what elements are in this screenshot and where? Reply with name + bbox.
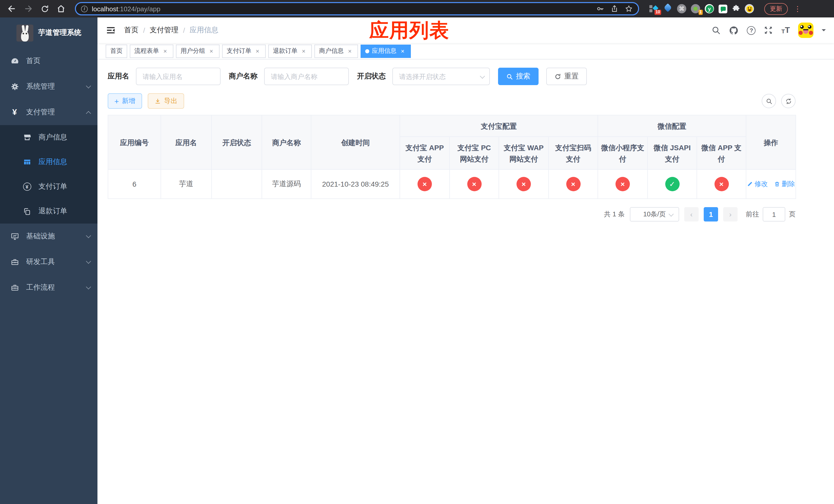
url-bar[interactable]: i localhost:1024/pay/app [75, 2, 639, 15]
tag-home[interactable]: 首页 [106, 44, 127, 58]
status-select[interactable] [392, 68, 490, 85]
col-header-app-name: 应用名 [161, 115, 212, 169]
extension-y-icon[interactable]: y [705, 4, 714, 13]
app-title: 芋道管理系统 [38, 28, 81, 38]
merchant-name-input[interactable] [264, 68, 349, 85]
sidebar-item-dev-tools[interactable]: 研发工具 [0, 249, 97, 275]
add-button[interactable]: + 新增 [108, 93, 142, 109]
back-icon[interactable] [5, 2, 19, 15]
breadcrumb-separator: / [143, 26, 145, 35]
refresh-button[interactable] [781, 94, 795, 108]
breadcrumb-home[interactable]: 首页 [124, 26, 138, 35]
search-button[interactable]: 搜索 [498, 68, 539, 85]
close-icon[interactable]: × [161, 47, 169, 54]
sidebar-item-infrastructure[interactable]: 基础设施 [0, 224, 97, 249]
cell-app-id: 6 [108, 169, 161, 199]
app-name-label: 应用名 [108, 72, 129, 81]
cell-alipay-app: × [400, 169, 449, 199]
browser-menu-icon[interactable]: ⋮ [794, 5, 801, 13]
tag-pay-order[interactable]: 支付订单× [222, 44, 266, 58]
breadcrumb-current: 应用信息 [190, 26, 219, 35]
group-header-wechat: 微信配置 [598, 115, 746, 137]
extension-command-icon[interactable]: ⌘ [677, 4, 686, 13]
chrome-update-button[interactable]: 更新 [764, 3, 788, 15]
tag-user-group[interactable]: 用户分组× [176, 44, 220, 58]
site-info-icon[interactable]: i [81, 5, 88, 12]
status-cross-icon: × [615, 177, 630, 191]
help-icon[interactable]: ? [747, 26, 756, 35]
export-button[interactable]: 导出 [148, 93, 184, 109]
sidebar-item-label: 退款订单 [39, 207, 90, 216]
tag-process-form[interactable]: 流程表单× [130, 44, 173, 58]
close-icon[interactable]: × [399, 47, 406, 54]
font-size-icon[interactable]: TT [782, 26, 790, 35]
sidebar-item-workflow[interactable]: 工作流程 [0, 275, 97, 300]
extension-kite-icon[interactable] [663, 4, 673, 13]
chevron-down-icon [86, 284, 91, 290]
password-key-icon[interactable] [596, 5, 604, 13]
yen-icon: ¥ [10, 108, 19, 117]
store-icon [23, 133, 31, 141]
tag-app-info-active[interactable]: 应用信息× [360, 44, 411, 58]
status-check-icon: ✓ [665, 177, 679, 191]
chevron-down-icon [86, 259, 91, 264]
close-icon[interactable]: × [208, 47, 215, 54]
extension-chat-icon[interactable] [719, 4, 727, 13]
header-search-icon[interactable] [712, 26, 721, 35]
share-icon[interactable] [610, 5, 619, 13]
active-dot [365, 49, 369, 53]
sidebar-item-system[interactable]: 系统管理 [0, 74, 97, 99]
home-icon[interactable] [54, 2, 68, 15]
status-cross-icon: × [566, 177, 580, 191]
status-select-input[interactable] [392, 68, 490, 85]
page-1-button[interactable]: 1 [704, 207, 718, 222]
cell-merchant: 芋道源码 [262, 169, 311, 199]
forward-icon[interactable] [22, 2, 35, 15]
reload-icon[interactable] [38, 2, 51, 15]
extension-diamond-icon[interactable]: 10 [649, 4, 659, 13]
sidebar-fold-icon[interactable] [106, 25, 116, 36]
close-icon[interactable]: × [254, 47, 261, 54]
close-icon[interactable]: × [300, 47, 307, 54]
next-page-button[interactable]: › [723, 207, 738, 222]
close-icon[interactable]: × [346, 47, 353, 54]
col-header-alipay-wap: 支付宝 WAP 网站支付 [499, 137, 549, 169]
avatar-caret-icon[interactable] [822, 29, 826, 33]
navbar: 首页 / 支付管理 / 应用信息 应用列表 ? TT [97, 18, 834, 43]
gear-icon [10, 83, 19, 91]
col-header-wechat-mini: 微信小程序支付 [598, 137, 648, 169]
jump-page-input[interactable] [763, 207, 785, 222]
url-text: localhost:1024/pay/app [92, 5, 592, 13]
cell-wechat-mini: × [598, 169, 648, 199]
reset-button[interactable]: 重置 [546, 68, 587, 85]
copy-documents-icon [23, 207, 31, 215]
app-name-input[interactable] [136, 68, 221, 85]
sidebar-item-home[interactable]: 首页 [0, 48, 97, 74]
extension-emoji-icon[interactable] [745, 4, 754, 13]
extension-badge: 10 [655, 10, 661, 15]
tag-refund-order[interactable]: 退款订单× [268, 44, 312, 58]
sidebar: 芋道管理系统 首页 系统管理 ¥ 支付管理 [0, 18, 97, 504]
sidebar-item-pay-order[interactable]: ¥ 支付订单 [0, 174, 97, 199]
edit-link[interactable]: 修改 [747, 180, 768, 189]
breadcrumb-payment[interactable]: 支付管理 [150, 26, 178, 35]
prev-page-button[interactable]: ‹ [684, 207, 699, 222]
sidebar-item-refund-order[interactable]: 退款订单 [0, 199, 97, 224]
sidebar-item-merchant-info[interactable]: 商户信息 [0, 125, 97, 150]
github-icon[interactable] [729, 25, 739, 35]
page-size-select[interactable]: 10条/页 [630, 207, 679, 222]
toggle-search-button[interactable] [762, 94, 776, 108]
sidebar-logo[interactable]: 芋道管理系统 [0, 18, 97, 48]
tag-merchant-info[interactable]: 商户信息× [314, 44, 358, 58]
extension-record-icon[interactable]: 1 [691, 4, 700, 13]
cell-app-name: 芋道 [161, 169, 212, 199]
search-form: 应用名 商户名称 开启状态 搜索 [108, 68, 795, 85]
sidebar-item-payment[interactable]: ¥ 支付管理 [0, 99, 97, 125]
table-toolbar: + 新增 导出 [108, 93, 795, 109]
fullscreen-icon[interactable] [764, 26, 773, 35]
delete-link[interactable]: 删除 [774, 180, 795, 189]
extensions-puzzle-icon[interactable] [732, 5, 740, 13]
user-avatar[interactable] [798, 23, 813, 38]
bookmark-star-icon[interactable] [625, 5, 633, 13]
sidebar-item-app-info[interactable]: 应用信息 [0, 150, 97, 174]
